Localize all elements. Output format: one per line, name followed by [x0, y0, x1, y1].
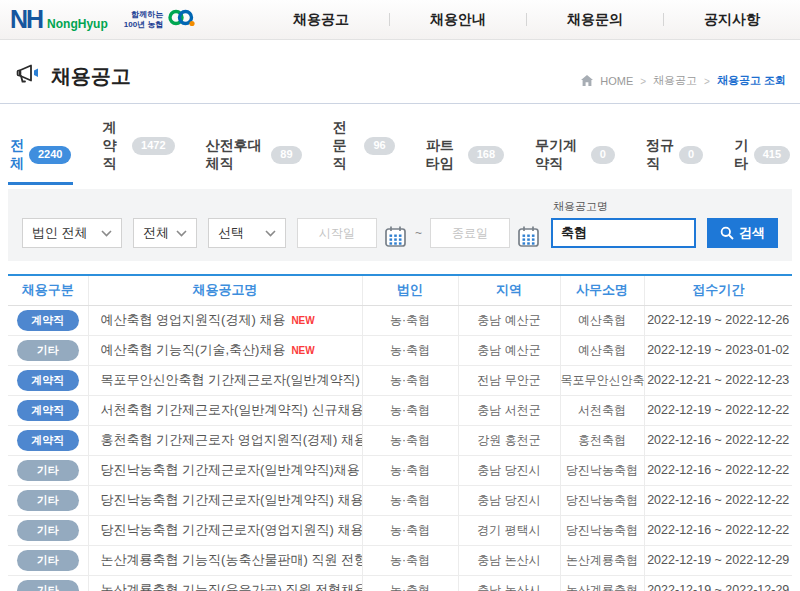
100th-anniversary-emblem: 함께하는 100년 농협 — [124, 8, 196, 31]
job-title[interactable]: 당진낙농축협 기간제근로자(영업지원직) 채용공고 [… — [101, 522, 363, 537]
region-cell: 충남 당진시 — [458, 455, 560, 485]
office-cell: 당진낙농축협 — [560, 485, 644, 515]
end-date-calendar-icon[interactable] — [517, 225, 540, 248]
job-type-badge: 기타 — [17, 460, 79, 481]
tab-계약직[interactable]: 계약직 1472 — [100, 119, 176, 185]
table-row[interactable]: 계약직 목포무안신안축협 기간제근로자(일반계약직) 채용 재…NEW 농·축협… — [8, 365, 792, 395]
end-date-input[interactable] — [430, 218, 510, 248]
job-title[interactable]: 논산계룡축협 기능직(육유가공) 직원 전형채용 공고 — [101, 582, 363, 591]
breadcrumb-current: 채용공고 조회 — [717, 73, 786, 88]
nav-item-notice[interactable]: 공지사항 — [664, 11, 800, 29]
corp-cell: 농·축협 — [362, 545, 458, 575]
col-header-job-type: 채용구분 — [8, 275, 88, 305]
new-badge: NEW — [291, 315, 314, 326]
home-icon[interactable] — [581, 75, 593, 86]
tab-기타[interactable]: 기타 415 — [732, 137, 792, 185]
region-cell: 전남 무안군 — [458, 365, 560, 395]
tab-산전후대체직[interactable]: 산전후대체직 89 — [204, 137, 304, 185]
category-select[interactable]: 전체 — [133, 218, 197, 248]
office-cell: 예산축협 — [560, 335, 644, 365]
table-row[interactable]: 기타 논산계룡축협 기능직(육유가공) 직원 전형채용 공고NEW 농·축협 충… — [8, 575, 792, 591]
tab-정규직[interactable]: 정규직 0 — [644, 137, 705, 185]
tab-전체[interactable]: 전체 2240 — [8, 137, 73, 185]
job-type-badge: 계약직 — [17, 310, 79, 331]
nh-logo-text: NH — [10, 7, 42, 32]
table-body: 계약직 예산축협 영업지원직(경제) 채용NEW 농·축협 충남 예산군 예산축… — [8, 305, 792, 591]
period-cell: 2022-12-19 ~ 2022-12-22 — [644, 395, 792, 425]
breadcrumb-separator — [704, 75, 710, 87]
region-cell: 충남 논산시 — [458, 575, 560, 591]
corporation-select[interactable]: 법인 전체 — [22, 218, 122, 248]
table-row[interactable]: 계약직 홍천축협 기간제근로자 영업지원직(경제) 채용 공고NEW 농·축협 … — [8, 425, 792, 455]
top-header: NH NongHyup 함께하는 100년 농협 채용공고 채용안내 채용문의 … — [0, 0, 800, 40]
period-cell: 2022-12-19 ~ 2022-12-29 — [644, 545, 792, 575]
job-title[interactable]: 서천축협 기간제근로자(일반계약직) 신규채용 재공고 — [101, 402, 363, 417]
region-cell: 충남 서천군 — [458, 395, 560, 425]
search-button[interactable]: 검색 — [707, 218, 778, 248]
corp-cell: 농·축협 — [362, 365, 458, 395]
job-type-badge: 기타 — [17, 520, 79, 541]
region-cell: 충남 예산군 — [458, 305, 560, 335]
tab-count-badge: 0 — [591, 146, 615, 164]
filter-panel: 법인 전체 전체 선택 ~ — [8, 189, 792, 261]
period-cell: 2022-12-16 ~ 2022-12-22 — [644, 485, 792, 515]
search-icon — [720, 226, 734, 240]
main-nav: 채용공고 채용안내 채용문의 공지사항 — [253, 0, 800, 39]
job-title[interactable]: 당진낙농축협 기간제근로자(일반계약직) 채용공고 [… — [101, 492, 363, 507]
title-row: 채용공고 HOME 채용공고 채용공고 조회 — [0, 40, 800, 104]
corp-cell: 농·축협 — [362, 335, 458, 365]
region-select[interactable]: 선택 — [208, 218, 286, 248]
tab-label: 무기계약직 — [535, 137, 586, 173]
period-cell: 2022-12-19 ~ 2022-12-26 — [644, 305, 792, 335]
emblem-infinity-icon — [167, 8, 195, 31]
tab-label: 전체 — [10, 137, 24, 173]
table-row[interactable]: 계약직 예산축협 영업지원직(경제) 채용NEW 농·축협 충남 예산군 예산축… — [8, 305, 792, 335]
breadcrumb-recruit-notice[interactable]: 채용공고 — [653, 73, 697, 88]
job-type-badge: 기타 — [17, 490, 79, 511]
start-date-input[interactable] — [297, 218, 377, 248]
office-cell: 논산계룡축협 — [560, 545, 644, 575]
job-type-badge: 계약직 — [17, 400, 79, 421]
table-row[interactable]: 기타 예산축협 기능직(기술,축산)채용NEW 농·축협 충남 예산군 예산축협… — [8, 335, 792, 365]
tab-파트타임[interactable]: 파트타임 168 — [424, 137, 506, 185]
office-cell: 논산계룡축협 — [560, 575, 644, 591]
new-badge: NEW — [291, 345, 314, 356]
tabs-bar: 전체 2240 계약직 1472 산전후대체직 89 전문직 96 파트타임 1… — [8, 119, 792, 185]
table-row[interactable]: 계약직 서천축협 기간제근로자(일반계약직) 신규채용 재공고NEW 농·축협 … — [8, 395, 792, 425]
nh-logo[interactable]: NH NongHyup — [10, 7, 108, 32]
period-cell: 2022-12-16 ~ 2022-12-22 — [644, 425, 792, 455]
megaphone-icon — [16, 62, 43, 90]
region-cell: 충남 예산군 — [458, 335, 560, 365]
nav-item-recruit-inquiry[interactable]: 채용문의 — [527, 11, 663, 29]
tab-count-badge: 89 — [271, 146, 301, 164]
breadcrumb-separator — [640, 75, 646, 87]
tab-count-badge: 1472 — [132, 137, 174, 155]
corp-cell: 농·축협 — [362, 395, 458, 425]
job-title[interactable]: 예산축협 영업지원직(경제) 채용 — [101, 312, 286, 327]
search-button-label: 검색 — [739, 224, 765, 242]
nav-item-recruit-notice[interactable]: 채용공고 — [253, 11, 389, 29]
corp-cell: 농·축협 — [362, 515, 458, 545]
chevron-down-icon — [101, 230, 112, 237]
table-row[interactable]: 기타 논산계룡축협 기능직(농축산물판매) 직원 전형채용 공고NEW 농·축협… — [8, 545, 792, 575]
keyword-input[interactable] — [551, 218, 696, 248]
job-title[interactable]: 홍천축협 기간제근로자 영업지원직(경제) 채용 공고 — [101, 432, 363, 447]
corp-cell: 농·축협 — [362, 485, 458, 515]
job-title[interactable]: 예산축협 기능직(기술,축산)채용 — [101, 342, 286, 357]
table-row[interactable]: 기타 당진낙농축협 기간제근로자(일반계약직)채용 [동물약…NEW 농·축협 … — [8, 455, 792, 485]
office-cell: 목포무안신안축협 — [560, 365, 644, 395]
table-row[interactable]: 기타 당진낙농축협 기간제근로자(일반계약직) 채용공고 […NEW 농·축협 … — [8, 485, 792, 515]
start-date-calendar-icon[interactable] — [384, 225, 407, 248]
breadcrumb-home[interactable]: HOME — [600, 75, 633, 87]
period-cell: 2022-12-16 ~ 2022-12-22 — [644, 515, 792, 545]
tab-전문직[interactable]: 전문직 96 — [331, 119, 397, 185]
nav-item-recruit-guide[interactable]: 채용안내 — [390, 11, 526, 29]
job-title[interactable]: 목포무안신안축협 기간제근로자(일반계약직) 채용 재… — [101, 372, 363, 387]
period-cell: 2022-12-16 ~ 2022-12-22 — [644, 455, 792, 485]
job-title[interactable]: 당진낙농축협 기간제근로자(일반계약직)채용 [동물약… — [101, 462, 363, 477]
tab-무기계약직[interactable]: 무기계약직 0 — [533, 137, 617, 185]
table-row[interactable]: 기타 당진낙농축협 기간제근로자(영업지원직) 채용공고 […NEW 농·축협 … — [8, 515, 792, 545]
table-header-row: 채용구분 채용공고명 법인 지역 사무소명 접수기간 — [8, 275, 792, 305]
col-header-period: 접수기간 — [644, 275, 792, 305]
job-title[interactable]: 논산계룡축협 기능직(농축산물판매) 직원 전형채용 공고 — [101, 552, 363, 567]
